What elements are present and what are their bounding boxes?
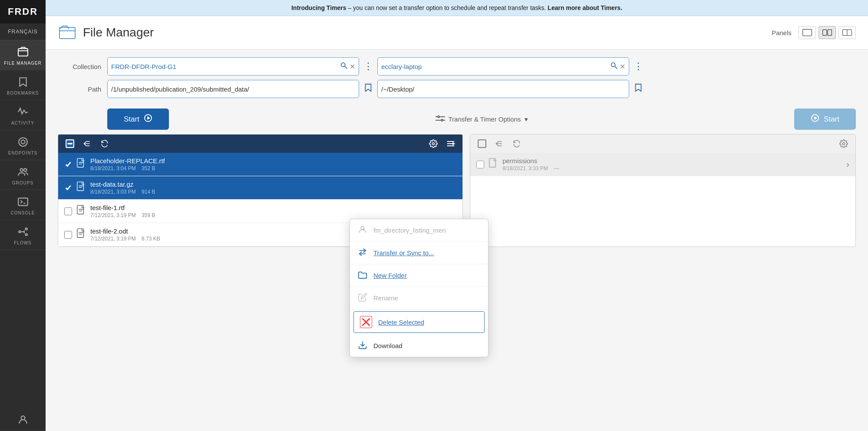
left-path-input[interactable] xyxy=(111,86,355,93)
ctx-item-fm-directory: fm_directory_listing_men xyxy=(350,219,488,242)
sidebar-item-file-manager[interactable]: FILE MANAGER xyxy=(0,40,46,70)
right-path-input[interactable] xyxy=(381,86,625,93)
ctx-item-download[interactable]: Download xyxy=(350,335,488,357)
right-collection-more-btn[interactable]: ⋮ xyxy=(634,61,643,72)
left-start-button[interactable]: Start xyxy=(107,109,169,130)
svg-point-25 xyxy=(441,119,443,121)
path-row: Path xyxy=(58,80,856,98)
ctx-item-delete-selected[interactable]: Delete Selected xyxy=(353,311,485,333)
sidebar-item-label-activity: ACTIVITY xyxy=(11,121,34,125)
file-manager-header-icon xyxy=(58,22,77,43)
svg-point-18 xyxy=(611,63,615,67)
sidebar-item-label-flows: FLOWS xyxy=(14,240,32,245)
right-refresh-btn[interactable] xyxy=(511,138,522,149)
left-select-all-btn[interactable] xyxy=(64,138,76,149)
left-menu-btn[interactable] xyxy=(445,138,456,149)
file-checkbox-1[interactable] xyxy=(64,184,72,192)
transfer-options-icon xyxy=(436,115,445,123)
right-up-btn[interactable] xyxy=(494,138,505,149)
left-up-btn[interactable] xyxy=(82,138,93,149)
svg-point-51 xyxy=(361,227,364,230)
svg-rect-35 xyxy=(77,158,84,167)
svg-point-16 xyxy=(341,63,345,67)
svg-rect-47 xyxy=(478,140,486,148)
right-collection-search-icon[interactable] xyxy=(610,62,618,71)
svg-rect-50 xyxy=(489,158,496,167)
svg-point-2 xyxy=(19,138,27,146)
banner-body: – you can now set a transfer option to s… xyxy=(347,4,548,11)
file-name-2: test-file-1.rtf xyxy=(90,204,456,211)
right-select-all-btn[interactable] xyxy=(476,138,488,149)
svg-point-9 xyxy=(21,416,25,420)
ctx-item-transfer-sync[interactable]: Transfer or Sync to... xyxy=(350,242,488,264)
groups-icon xyxy=(17,166,29,178)
right-file-name-0: permissions xyxy=(502,157,842,165)
svg-point-6 xyxy=(19,231,20,233)
table-row: permissions 8/18/2021, 3:33 PM — › xyxy=(470,153,855,176)
file-icon-1 xyxy=(76,181,86,194)
sidebar-item-groups[interactable]: GROUPS xyxy=(0,160,46,190)
panels-label: Panels xyxy=(772,29,792,36)
right-collection-input-wrap: ✕ xyxy=(377,57,629,76)
svg-point-7 xyxy=(25,228,27,230)
collection-label: Collection xyxy=(58,63,101,70)
transfer-options-button[interactable]: Transfer & Timer Options ▾ xyxy=(436,115,528,123)
ctx-item-rename: Rename xyxy=(350,287,488,309)
panel-wide-btn[interactable] xyxy=(838,26,856,39)
svg-rect-11 xyxy=(803,29,812,36)
right-chevron-icon[interactable]: › xyxy=(846,159,849,169)
fm-body: Collection ✕ ⋮ ✕ ⋮ Path xyxy=(46,49,868,431)
left-collection-search-icon[interactable] xyxy=(340,62,348,71)
left-refresh-btn[interactable] xyxy=(99,138,110,149)
transfer-options-label: Transfer & Timer Options xyxy=(449,115,521,123)
file-checkbox-3[interactable] xyxy=(64,231,72,239)
sidebar-item-bookmarks[interactable]: BOOKMARKS xyxy=(0,70,46,100)
download-icon xyxy=(358,340,367,351)
right-collection-input[interactable] xyxy=(381,63,607,70)
right-file-panel: permissions 8/18/2021, 3:33 PM — › xyxy=(470,134,856,247)
svg-marker-21 xyxy=(147,116,150,120)
panel-double-btn[interactable] xyxy=(818,26,836,39)
top-banner: Introducing Timers – you can now set a t… xyxy=(46,0,868,16)
sidebar-item-label-bookmarks: BOOKMARKS xyxy=(7,91,39,95)
right-path-bookmark-icon[interactable] xyxy=(634,83,643,95)
file-meta-2: 7/12/2021, 3:19 PM 359 B xyxy=(90,212,456,218)
sidebar-item-endpoints[interactable]: ENDPOINTS xyxy=(0,130,46,160)
right-path-input-wrap xyxy=(377,80,629,98)
file-name-1: test-data.tar.gz xyxy=(90,181,456,188)
left-gear-btn[interactable] xyxy=(428,138,439,149)
table-row: Placeholder-REPLACE.rtf 8/18/2021, 3:04 … xyxy=(58,153,462,176)
left-path-bookmark-icon[interactable] xyxy=(363,83,373,95)
page-header: File Manager Panels xyxy=(46,16,868,49)
activity-icon xyxy=(17,106,29,118)
left-panel-toolbar xyxy=(58,135,462,153)
file-checkbox-2[interactable] xyxy=(64,207,72,215)
svg-point-31 xyxy=(432,143,435,145)
sidebar-item-console[interactable]: CONSOLE xyxy=(0,190,46,220)
sidebar-item-profile[interactable] xyxy=(0,408,46,431)
right-file-checkbox-0[interactable] xyxy=(476,161,484,168)
endpoints-icon xyxy=(17,136,29,148)
profile-icon xyxy=(17,414,29,426)
left-collection-input[interactable] xyxy=(111,63,337,70)
panel-single-btn[interactable] xyxy=(799,26,816,39)
right-start-button[interactable]: Start xyxy=(794,109,856,130)
ctx-item-new-folder[interactable]: New Folder xyxy=(350,264,488,287)
ctx-item-delete-selected-label: Delete Selected xyxy=(378,319,424,326)
svg-rect-44 xyxy=(77,229,84,237)
left-collection-clear-icon[interactable]: ✕ xyxy=(350,63,355,71)
table-row: test-data.tar.gz 8/18/2021, 3:03 PM 914 … xyxy=(58,176,462,200)
svg-marker-27 xyxy=(814,116,817,120)
banner-link[interactable]: Learn more about Timers. xyxy=(548,4,622,11)
lang-button[interactable]: FRANÇAIS xyxy=(0,23,46,40)
sidebar-item-activity[interactable]: ACTIVITY xyxy=(0,100,46,130)
file-checkbox-0[interactable] xyxy=(64,161,72,168)
sidebar-item-flows[interactable]: FLOWS xyxy=(0,220,46,250)
right-gear-btn[interactable] xyxy=(838,138,849,149)
svg-line-17 xyxy=(345,66,347,69)
logo: FRDR xyxy=(0,0,46,23)
svg-rect-10 xyxy=(59,27,75,39)
right-collection-clear-icon[interactable]: ✕ xyxy=(620,63,625,71)
transfer-icon xyxy=(358,247,367,258)
left-collection-more-btn[interactable]: ⋮ xyxy=(363,61,373,72)
